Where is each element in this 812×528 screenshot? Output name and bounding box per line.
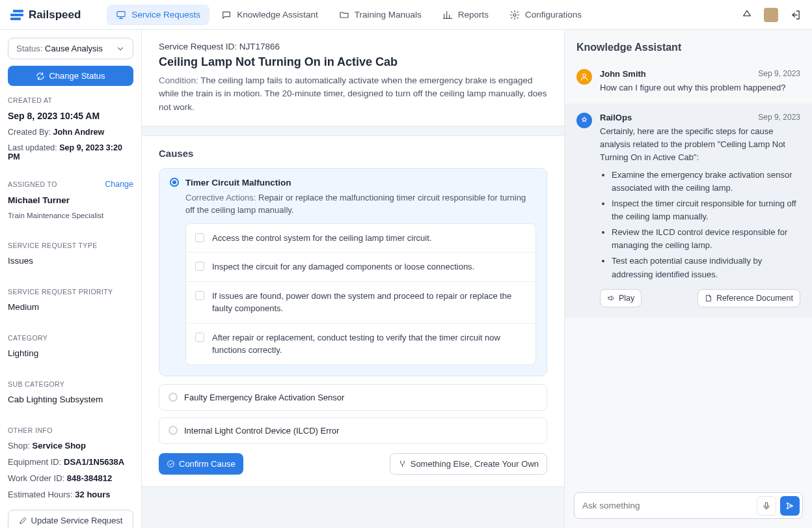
bell-icon[interactable] [742,10,752,20]
workorder-value: 848-384812 [67,473,112,483]
logo-mark-icon [10,10,23,20]
brand-name: Railspeed [29,8,81,21]
category-label: CATEGORY [8,334,133,342]
button-label: Reference Document [716,294,793,303]
checklist-item: After repair or replacement, conduct tes… [186,324,535,365]
cause-option[interactable]: Faulty Emergency Brake Activation Sensor [159,384,547,411]
send-button[interactable] [780,496,800,516]
step-text: If issues are found, power down the syst… [212,290,526,315]
tab-service-requests[interactable]: Service Requests [107,5,210,25]
bot-avatar-icon [576,113,592,128]
radio-icon [169,393,178,402]
check-circle-icon [167,460,175,468]
step-text: After repair or replacement, conduct tes… [212,331,526,357]
reference-doc-button[interactable]: Reference Document [697,289,800,307]
topbar-right [742,8,802,22]
change-assignee-link[interactable]: Change [105,180,133,189]
cause-selected-card: Timer Circuit Malfunction Corrective Act… [159,168,547,376]
msg-date: Sep 9, 2023 [758,113,800,122]
logo: Railspeed [10,8,81,21]
shop-label: Shop: [8,441,30,451]
corrective-checklist: Access the control system for the ceilin… [185,223,536,365]
user-message: John Smith Sep 9, 2023 How can I figure … [565,63,812,104]
priority-label: SERVICE REQUEST PRIORITY [8,288,133,296]
bullet-item: Inspect the timer circuit responsible fo… [612,197,800,223]
esthours-label: Estimated Hours: [8,490,73,499]
tab-training-manuals[interactable]: Training Manuals [330,5,431,25]
created-by-value: John Andrew [53,128,105,137]
chevron-down-icon [116,44,125,53]
created-by-label: Created By: [8,128,51,137]
ask-input[interactable] [582,495,753,516]
causes-block: Causes Timer Circuit Malfunction Correct… [142,135,564,487]
branch-icon [398,460,407,468]
user-avatar-icon [576,69,592,85]
avatar[interactable] [764,8,778,22]
equipment-label: Equipment ID: [8,457,61,467]
send-icon [785,501,794,510]
composer [565,483,812,528]
button-label: Something Else, Create Your Own [411,459,539,469]
svg-rect-4 [765,502,768,507]
checkbox-icon[interactable] [195,333,204,342]
checkbox-icon[interactable] [195,233,204,242]
nav-tabs: Service Requests Knowledge Assistant Tra… [107,5,742,25]
pencil-icon [19,516,27,525]
shop-value: Service Shop [33,441,86,451]
tab-label: Configurations [525,10,582,20]
update-service-request-button[interactable]: Update Service Request [8,510,133,528]
assignee-role: Train Maintenance Specialist [8,212,133,219]
change-status-button[interactable]: Change Status [8,66,133,86]
sidebar: Status: Cause Analysis Change Status CRE… [0,30,142,528]
assistant-panel: Knowledge Assistant John Smith Sep 9, 20… [565,30,812,528]
request-id-label: Service Request ID: [159,42,237,51]
svg-rect-0 [117,11,125,16]
button-label: Change Status [49,71,105,81]
checkbox-icon[interactable] [195,262,204,271]
logout-icon[interactable] [790,9,802,21]
status-label: Status: [16,44,42,53]
step-text: Access the control system for the ceilin… [212,232,431,245]
cause-option-label: Internal Light Control Device (ILCD) Err… [184,426,339,436]
assistant-title: Knowledge Assistant [565,30,812,63]
monitor-icon [116,10,126,20]
main-content: Service Request ID: NJT17866 Ceiling Lam… [142,30,565,528]
tab-label: Training Manuals [355,10,422,20]
tab-label: Knowledge Assistant [237,10,318,20]
assignee-name: Michael Turner [8,195,133,205]
cause-radio-row[interactable]: Timer Circuit Malfunction [170,178,536,188]
mic-button[interactable] [757,496,776,516]
radio-icon [169,426,178,435]
equipment-value: DSA1/1N5638A [64,457,124,467]
status-value: Cause Analysis [45,44,103,53]
tab-knowledge-assistant[interactable]: Knowledge Assistant [212,5,327,25]
folder-icon [339,10,349,20]
checkbox-icon[interactable] [195,291,204,300]
priority-value: Medium [8,302,133,312]
play-button[interactable]: Play [600,289,642,307]
something-else-button[interactable]: Something Else, Create Your Own [390,453,547,475]
confirm-cause-button[interactable]: Confirm Cause [159,453,243,475]
tab-reports[interactable]: Reports [433,5,498,25]
request-title: Ceiling Lamp Not Turning On in Active Ca… [159,55,547,69]
step-text: Inspect the circuit for any damaged comp… [212,260,474,273]
svg-point-3 [583,74,586,77]
created-at-value: Sep 8, 2023 10:45 AM [8,111,133,121]
gear-icon [509,10,520,20]
workorder-label: Work Order ID: [8,473,64,483]
msg-text: How can I figure out why this problem ha… [600,81,800,94]
cause-option[interactable]: Internal Light Control Device (ILCD) Err… [159,417,547,444]
assistant-message: RailOps Sep 9, 2023 Certainly, here are … [565,104,812,318]
esthours-value: 32 hours [75,490,110,499]
msg-author: John Smith [600,69,646,79]
status-dropdown[interactable]: Status: Cause Analysis [8,38,133,59]
subcategory-value: Cab Lighting Subsystem [8,395,133,404]
tab-label: Service Requests [131,10,200,20]
button-label: Confirm Cause [179,459,236,469]
request-header-block: Service Request ID: NJT17866 Ceiling Lam… [142,30,564,126]
msg-date: Sep 9, 2023 [758,69,800,79]
corrective-label: Corrective Actions: [185,193,256,202]
checklist-item: Access the control system for the ceilin… [186,224,535,253]
condition-text: The ceiling lamp fails to automatically … [159,76,547,112]
tab-configurations[interactable]: Configurations [500,5,591,25]
